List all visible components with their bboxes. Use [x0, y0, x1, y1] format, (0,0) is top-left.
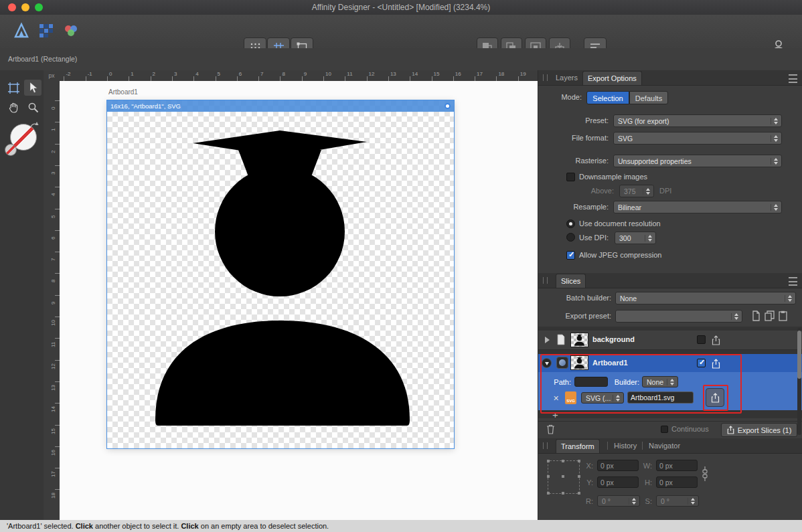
export-slices-button[interactable]: Export Slices (1) — [721, 423, 797, 437]
disclosure-arrow-icon[interactable] — [545, 337, 550, 343]
use-dpi-radio[interactable] — [566, 233, 575, 242]
slice-filename-field[interactable]: Artboard1.svg — [627, 391, 694, 404]
slices-footer: Continuous Export Slices (1) — [538, 421, 802, 438]
panel-grip[interactable] — [543, 74, 548, 81]
close-window-button[interactable] — [8, 3, 16, 11]
tab-slices[interactable]: Slices — [556, 274, 586, 288]
tab-export-options[interactable]: Export Options — [582, 71, 642, 85]
preset-new-icon[interactable] — [751, 311, 761, 324]
slice-export-checkbox[interactable] — [697, 359, 706, 367]
slice-share-icon[interactable] — [708, 333, 723, 347]
downsample-images-checkbox[interactable] — [566, 173, 575, 181]
panel-grip[interactable] — [543, 442, 548, 449]
vertical-ruler[interactable]: 0123456789101112131415161718 — [44, 81, 60, 520]
slice-format-dropdown[interactable]: SVG (... — [581, 392, 624, 404]
designer-persona-icon[interactable] — [12, 21, 31, 43]
stroke-color-selector[interactable] — [5, 144, 17, 156]
preset-dropdown[interactable]: SVG (for export) — [613, 114, 782, 127]
slice-export-button[interactable] — [706, 388, 724, 407]
builder-dropdown[interactable]: None — [642, 376, 678, 387]
panel-menu-icon[interactable] — [789, 74, 797, 83]
horizontal-ruler[interactable]: -2-1012345678910111213141516171819 — [60, 70, 538, 82]
slice-row-artboard1[interactable]: Artboard1 — [538, 354, 802, 372]
shear-dropdown[interactable]: 0 ° — [656, 495, 699, 507]
w-label: W: — [640, 462, 652, 470]
minimize-window-button[interactable] — [21, 3, 29, 11]
delete-slice-icon[interactable] — [546, 424, 555, 437]
ruler-tick-label: 4 — [50, 193, 56, 196]
ruler-tick — [193, 76, 194, 81]
above-dpi-dropdown[interactable]: 375 — [619, 185, 654, 197]
jpeg-compression-label: Allow JPEG compression — [579, 251, 662, 259]
swap-colors-icon[interactable] — [29, 121, 39, 133]
anchor-point-selector[interactable] — [548, 460, 580, 494]
expander-circle[interactable] — [542, 358, 552, 368]
slice-row-background[interactable]: background — [538, 331, 802, 350]
title-bar: Affinity Designer - <Untitled> [Modified… — [0, 0, 802, 15]
ruler-tick — [55, 381, 60, 382]
zoom-tool[interactable] — [24, 99, 42, 115]
mode-defaults-button[interactable]: Defaults — [629, 91, 668, 104]
ruler-tick — [172, 76, 173, 81]
slices-tab-bar: Slices — [538, 273, 802, 288]
tab-layers[interactable]: Layers — [556, 70, 578, 85]
jpeg-compression-checkbox[interactable] — [566, 251, 575, 260]
tab-navigator[interactable]: Navigator — [649, 438, 680, 453]
pixel-persona-icon[interactable] — [39, 23, 54, 41]
dropdown-arrows-icon — [629, 498, 638, 505]
panel-menu-icon[interactable] — [789, 277, 797, 286]
add-slice-button[interactable]: + — [552, 409, 558, 420]
export-persona-icon[interactable] — [63, 23, 79, 41]
use-dpi-dropdown[interactable]: 300 — [615, 232, 656, 244]
move-tool[interactable] — [24, 80, 42, 96]
ruler-tick-label: 10 — [50, 320, 56, 326]
transform-tab-bar: Transform History Navigator — [538, 438, 802, 454]
preset-paste-icon[interactable] — [778, 311, 788, 324]
path-field[interactable] — [574, 377, 608, 387]
mode-selection-button[interactable]: Selection — [586, 91, 629, 104]
ruler-tick-label: 19 — [520, 71, 526, 77]
file-format-dropdown[interactable]: SVG — [613, 132, 782, 145]
slice-list-scrollbar[interactable] — [797, 328, 801, 435]
tab-transform[interactable]: Transform — [556, 439, 600, 453]
slice-name[interactable]: background — [592, 335, 635, 343]
rotation-dropdown[interactable]: 0 ° — [597, 495, 640, 507]
slice-export-checkbox[interactable] — [697, 335, 706, 344]
preset-copy-icon[interactable] — [765, 311, 775, 324]
panel-grip[interactable] — [543, 277, 548, 284]
artboard[interactable]: 16x16, "Artboard1", SVG — [107, 100, 454, 448]
y-field[interactable]: 0 px — [597, 476, 639, 488]
x-field[interactable]: 0 px — [597, 460, 639, 471]
artboard-tool[interactable] — [5, 80, 22, 96]
document-canvas[interactable]: Artboard1 16x16, "Artboard1", SVG — [60, 81, 538, 520]
ruler-tick — [388, 76, 389, 81]
export-preset-dropdown[interactable] — [615, 310, 742, 323]
ruler-unit-label[interactable]: px — [44, 70, 60, 82]
above-label: Above: — [575, 187, 614, 195]
ruler-tick — [302, 76, 303, 81]
ruler-tick — [55, 165, 60, 166]
slice-share-icon[interactable] — [708, 357, 723, 370]
continuous-checkbox[interactable] — [661, 426, 668, 433]
ruler-tick-label: -2 — [66, 71, 70, 77]
h-field[interactable]: 0 px — [656, 476, 698, 488]
hand-tool[interactable] — [5, 99, 22, 115]
person-graduate-silhouette[interactable] — [107, 100, 454, 448]
ruler-tick-label: 18 — [50, 493, 56, 499]
rasterise-dropdown[interactable]: Unsupported properties — [613, 155, 782, 167]
ruler-tick — [64, 76, 64, 81]
resample-dropdown[interactable]: Bilinear — [613, 201, 782, 213]
tab-history[interactable]: History — [614, 438, 637, 453]
use-document-resolution-radio[interactable] — [566, 219, 575, 228]
remove-format-icon[interactable]: ✕ — [553, 394, 559, 403]
link-dimensions-icon[interactable] — [702, 465, 708, 485]
zoom-window-button[interactable] — [35, 3, 43, 11]
ruler-tick — [280, 76, 280, 81]
artboard-name-label[interactable]: Artboard1 — [108, 88, 138, 96]
slice-selection-header[interactable]: 16x16, "Artboard1", SVG — [107, 100, 454, 112]
slice-name[interactable]: Artboard1 — [592, 359, 628, 367]
selection-handle[interactable] — [445, 103, 451, 109]
w-field[interactable]: 0 px — [656, 460, 698, 471]
selection-context-label: Artboard1 (Rectangle) — [8, 55, 77, 63]
batch-builder-dropdown[interactable]: None — [615, 292, 796, 304]
